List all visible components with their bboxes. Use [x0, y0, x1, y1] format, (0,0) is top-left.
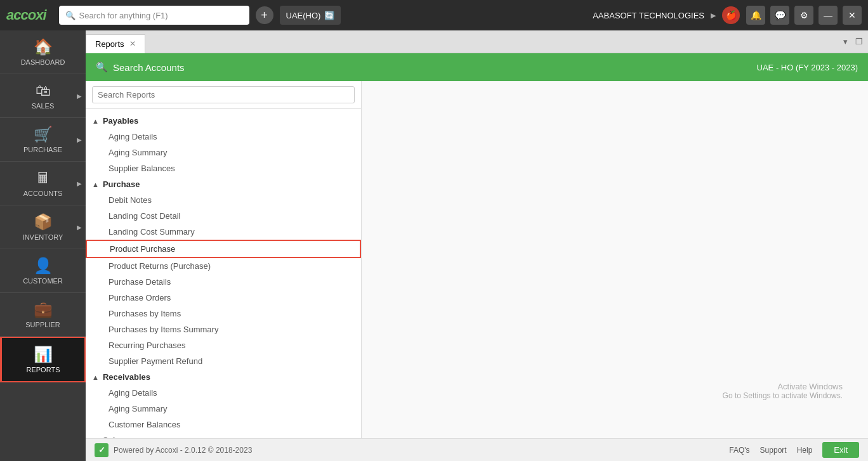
activate-windows-line2: Go to Settings to activate Windows. [723, 391, 843, 400]
exit-button[interactable]: Exit [822, 442, 859, 458]
main-layout: 🏠 DASHBOARD 🛍 SALES ▶ 🛒 PURCHASE ▶ 🖩 ACC… [0, 30, 868, 461]
category-purchase[interactable]: ▲ Purchase [86, 176, 361, 192]
category-receivables[interactable]: ▲ Receivables [86, 369, 361, 385]
sidebar-item-sales[interactable]: 🛍 SALES ▶ [0, 74, 86, 118]
sidebar-item-inventory[interactable]: 📦 INVENTORY ▶ [0, 205, 86, 249]
sidebar-item-supplier[interactable]: 💼 SUPPLIER [0, 293, 86, 337]
tree-item-landing-cost-summary[interactable]: Landing Cost Summary [86, 224, 361, 240]
sidebar: 🏠 DASHBOARD 🛍 SALES ▶ 🛒 PURCHASE ▶ 🖩 ACC… [0, 30, 86, 461]
tree-item-aging-summary-pay[interactable]: Aging Summary [86, 145, 361, 160]
global-search[interactable]: 🔍 Search for anything (F1) [59, 6, 249, 25]
close-icon[interactable]: ✕ [843, 6, 862, 25]
caret-icon: ▲ [92, 181, 99, 188]
topbar-icons: 🔔 💬 ⚙ — ✕ [746, 6, 862, 25]
search-accounts-button[interactable]: 🔍 Search Accounts [96, 62, 185, 73]
footer-logo: ✓ [95, 443, 109, 457]
reports-header: 🔍 Search Accounts UAE - HO (FY 2023 - 20… [86, 53, 868, 81]
tree-panel: ▲ Payables Aging Details Aging Summary S… [86, 109, 361, 438]
sidebar-label-customer: CUSTOMER [23, 277, 63, 285]
arrow-icon: ▶ [77, 180, 82, 187]
arrow-icon: ▶ [77, 136, 82, 143]
category-receivables-label: Receivables [103, 372, 150, 382]
sidebar-label-dashboard: DASHBOARD [21, 58, 65, 66]
sidebar-label-sales: SALES [32, 102, 54, 110]
topbar-right: AABASOFT TECHNOLOGIES ▶ 🍎 🔔 💬 ⚙ — ✕ [593, 6, 862, 25]
sidebar-label-purchase: PURCHASE [23, 146, 62, 153]
search-accounts-label: Search Accounts [113, 62, 185, 73]
search-reports-input[interactable] [92, 86, 355, 103]
caret-icon: ▲ [92, 373, 99, 381]
support-link[interactable]: Support [760, 446, 787, 455]
reports-body: ▲ Payables Aging Details Aging Summary S… [86, 81, 868, 438]
tree-item-debit-notes[interactable]: Debit Notes [86, 192, 361, 208]
customer-icon: 👤 [34, 257, 53, 275]
messages-icon[interactable]: 💬 [770, 6, 789, 25]
faq-link[interactable]: FAQ's [729, 446, 749, 455]
app-logo: accoxi [6, 7, 46, 23]
help-link[interactable]: Help [797, 446, 813, 455]
tree-item-supplier-balances[interactable]: Supplier Balances [86, 160, 361, 176]
search-icon: 🔍 [65, 11, 76, 20]
inventory-icon: 📦 [34, 213, 53, 231]
dashboard-icon: 🏠 [34, 38, 53, 56]
tab-label: Reports [95, 39, 124, 49]
tree-item-product-purchase[interactable]: Product Purchase [86, 240, 361, 258]
search-reports-container [86, 81, 361, 109]
right-panel: Activate Windows Go to Settings to activ… [362, 81, 868, 438]
sidebar-item-dashboard[interactable]: 🏠 DASHBOARD [0, 30, 86, 74]
tree-item-purchase-details[interactable]: Purchase Details [86, 274, 361, 290]
settings-icon[interactable]: ⚙ [794, 6, 813, 25]
tree-item-aging-summary-rec[interactable]: Aging Summary [86, 401, 361, 417]
category-sales[interactable]: ▼ Sales [86, 432, 361, 438]
tree-item-purchases-by-items[interactable]: Purchases by Items [86, 306, 361, 321]
content-area: Reports ✕ ▾ ❐ 🔍 Search Accounts UAE - HO… [86, 30, 868, 461]
tab-dropdown-icon[interactable]: ▾ [841, 36, 850, 48]
accounts-icon: 🖩 [36, 169, 51, 187]
tree-item-product-returns[interactable]: Product Returns (Purchase) [86, 258, 361, 274]
tree-item-landing-cost-detail[interactable]: Landing Cost Detail [86, 208, 361, 224]
category-payables-label: Payables [103, 116, 138, 126]
tree-item-purchases-by-items-summary[interactable]: Purchases by Items Summary [86, 321, 361, 337]
tree-item-supplier-payment-refund[interactable]: Supplier Payment Refund [86, 353, 361, 369]
tree-item-recurring-purchases[interactable]: Recurring Purchases [86, 337, 361, 353]
arrow-icon: ▶ [711, 11, 716, 20]
tree-item-aging-details-pay[interactable]: Aging Details [86, 129, 361, 145]
left-panel: ▲ Payables Aging Details Aging Summary S… [86, 81, 362, 438]
tab-bar: Reports ✕ ▾ ❐ [86, 30, 868, 53]
reports-icon: 📊 [34, 346, 53, 363]
activate-windows: Activate Windows Go to Settings to activ… [723, 382, 843, 400]
category-payables[interactable]: ▲ Payables [86, 113, 361, 129]
category-purchase-label: Purchase [103, 179, 140, 189]
footer: ✓ Powered by Accoxi - 2.0.12 © 2018-2023… [86, 438, 868, 461]
tree-item-aging-details-rec[interactable]: Aging Details [86, 385, 361, 401]
topbar: accoxi 🔍 Search for anything (F1) + UAE(… [0, 0, 868, 30]
sidebar-label-reports: REPORTS [27, 366, 60, 373]
sidebar-item-reports[interactable]: 📊 REPORTS [0, 337, 86, 382]
arrow-icon: ▶ [77, 224, 82, 231]
sales-icon: 🛍 [36, 82, 51, 100]
sidebar-item-accounts[interactable]: 🖩 ACCOUNTS ▶ [0, 162, 86, 205]
sidebar-label-accounts: ACCOUNTS [23, 190, 63, 197]
tab-restore-icon[interactable]: ❐ [853, 36, 865, 48]
add-button[interactable]: + [256, 6, 273, 24]
activate-windows-line1: Activate Windows [723, 382, 843, 391]
avatar[interactable]: 🍎 [722, 6, 740, 24]
caret-icon: ▲ [92, 117, 99, 125]
footer-right: FAQ's Support Help Exit [729, 442, 859, 458]
refresh-icon: 🔄 [324, 11, 334, 20]
region-label: UAE(HO) [286, 11, 321, 20]
notifications-icon[interactable]: 🔔 [746, 6, 765, 25]
tab-reports[interactable]: Reports ✕ [86, 34, 145, 53]
region-selector[interactable]: UAE(HO) 🔄 [280, 6, 341, 25]
tree-item-customer-balances[interactable]: Customer Balances [86, 417, 361, 432]
minimize-icon[interactable]: — [819, 6, 838, 25]
sidebar-item-purchase[interactable]: 🛒 PURCHASE ▶ [0, 118, 86, 162]
tab-controls: ▾ ❐ [841, 36, 868, 48]
supplier-icon: 💼 [34, 301, 53, 318]
tree-item-purchase-orders[interactable]: Purchase Orders [86, 290, 361, 306]
company-name: AABASOFT TECHNOLOGIES [593, 11, 704, 20]
arrow-icon: ▶ [77, 93, 82, 100]
fy-label: UAE - HO (FY 2023 - 2023) [757, 63, 858, 72]
tab-close-icon[interactable]: ✕ [129, 39, 136, 48]
sidebar-item-customer[interactable]: 👤 CUSTOMER [0, 249, 86, 293]
